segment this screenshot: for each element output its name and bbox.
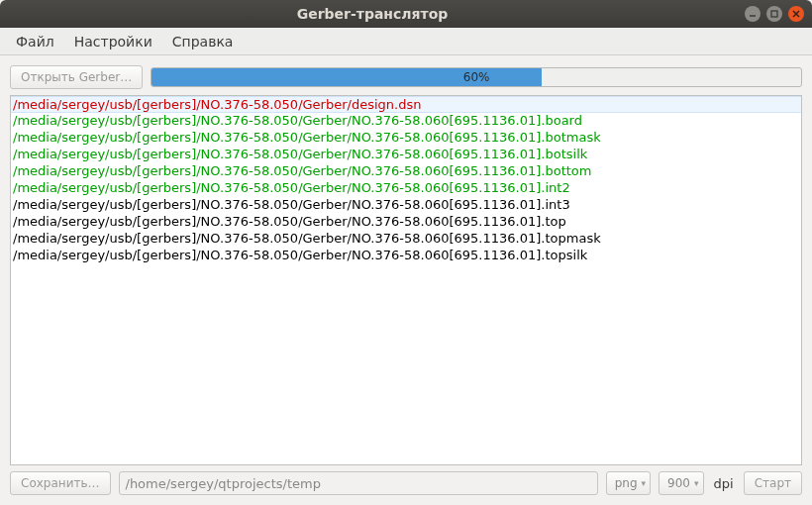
file-row[interactable]: /media/sergey/usb/[gerbers]/NO.376-58.05… xyxy=(11,163,801,180)
chevron-down-icon: ▾ xyxy=(642,478,647,488)
minimize-icon[interactable] xyxy=(745,6,761,22)
output-path-field[interactable]: /home/sergey/qtprojects/temp xyxy=(119,471,598,495)
content-area: Открыть Gerber… 60% /media/sergey/usb/[g… xyxy=(0,55,812,505)
file-row[interactable]: /media/sergey/usb/[gerbers]/NO.376-58.05… xyxy=(11,147,801,163)
format-select[interactable]: png ▾ xyxy=(606,471,651,495)
file-row[interactable]: /media/sergey/usb/[gerbers]/NO.376-58.05… xyxy=(11,248,801,264)
close-icon[interactable] xyxy=(788,6,804,22)
progress-bar: 60% xyxy=(151,67,802,87)
bottom-row: Сохранить… /home/sergey/qtprojects/temp … xyxy=(10,471,802,495)
menubar: Файл Настройки Справка xyxy=(0,28,812,55)
progress-text: 60% xyxy=(152,68,801,86)
dpi-select[interactable]: 900 ▾ xyxy=(659,471,703,495)
file-row[interactable]: /media/sergey/usb/[gerbers]/NO.376-58.05… xyxy=(11,197,801,214)
maximize-icon[interactable] xyxy=(766,6,782,22)
open-gerber-button[interactable]: Открыть Gerber… xyxy=(10,65,143,89)
top-row: Открыть Gerber… 60% xyxy=(10,65,802,89)
menu-file[interactable]: Файл xyxy=(8,30,62,53)
format-select-value: png xyxy=(615,476,638,490)
dpi-select-value: 900 xyxy=(667,476,690,490)
menu-help[interactable]: Справка xyxy=(164,30,242,53)
titlebar[interactable]: Gerber-транслятор xyxy=(0,0,812,28)
file-row[interactable]: /media/sergey/usb/[gerbers]/NO.376-58.05… xyxy=(11,113,801,130)
file-row[interactable]: /media/sergey/usb/[gerbers]/NO.376-58.05… xyxy=(11,96,801,113)
app-window: Gerber-транслятор Файл Настройки Справка… xyxy=(0,0,812,505)
dpi-label: dpi xyxy=(712,476,736,491)
window-title: Gerber-транслятор xyxy=(0,6,745,22)
svg-rect-1 xyxy=(771,11,777,17)
start-button[interactable]: Старт xyxy=(744,471,802,495)
chevron-down-icon: ▾ xyxy=(694,478,699,488)
menu-settings[interactable]: Настройки xyxy=(66,30,160,53)
window-controls xyxy=(745,6,812,22)
file-row[interactable]: /media/sergey/usb/[gerbers]/NO.376-58.05… xyxy=(11,231,801,248)
file-list[interactable]: /media/sergey/usb/[gerbers]/NO.376-58.05… xyxy=(10,95,802,465)
file-row[interactable]: /media/sergey/usb/[gerbers]/NO.376-58.05… xyxy=(11,180,801,197)
save-button[interactable]: Сохранить… xyxy=(10,471,111,495)
file-row[interactable]: /media/sergey/usb/[gerbers]/NO.376-58.05… xyxy=(11,214,801,231)
file-row[interactable]: /media/sergey/usb/[gerbers]/NO.376-58.05… xyxy=(11,130,801,147)
